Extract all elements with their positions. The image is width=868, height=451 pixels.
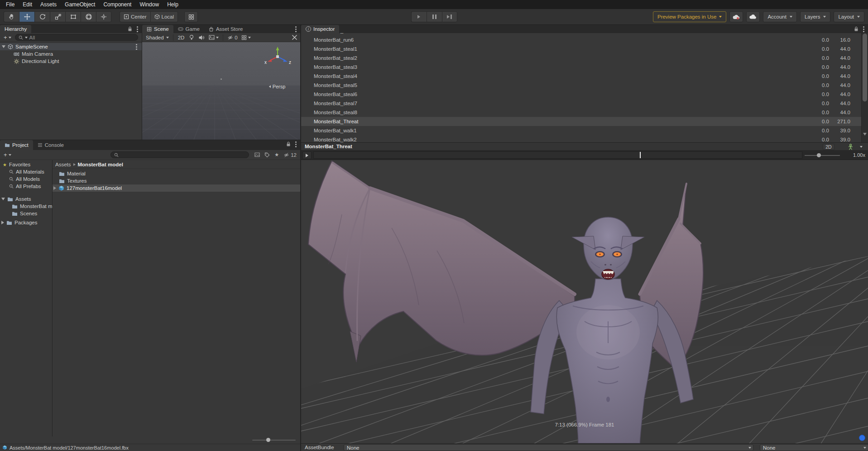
rect-tool-button[interactable] xyxy=(65,11,81,22)
model-preview-area[interactable]: 7:13 (066.9%) Frame 181 xyxy=(301,160,868,443)
foldout-closed-icon[interactable] xyxy=(53,186,56,190)
scene-effects-dropdown[interactable] xyxy=(207,35,221,40)
clip-row-selected[interactable]: MonsterBat_Threat0.0271.0 xyxy=(301,117,861,126)
asset-item-textures[interactable]: Textures xyxy=(53,177,300,184)
clip-row[interactable]: MonsterBat_walk20.039.0 xyxy=(301,135,861,142)
assetbundle-variant-dropdown[interactable]: None xyxy=(760,444,868,451)
folder-scenes[interactable]: Scenes xyxy=(0,210,52,217)
tab-console[interactable]: Console xyxy=(33,140,68,150)
clip-list-scrollbar[interactable] xyxy=(861,33,868,142)
kebab-menu-icon[interactable] xyxy=(137,29,138,30)
grid-snap-button[interactable] xyxy=(184,11,198,22)
pivot-center-button[interactable]: Center xyxy=(120,11,150,22)
menu-assets[interactable]: Assets xyxy=(36,0,61,9)
asset-zoom-slider[interactable] xyxy=(252,440,296,441)
asset-item-model[interactable]: 127monsterBat16model xyxy=(53,184,300,192)
clip-row[interactable]: MonsterBat_steal50.044.0 xyxy=(301,81,861,90)
step-button[interactable] xyxy=(442,11,457,22)
clip-row[interactable]: MonsterBat_steal10.044.0 xyxy=(301,44,861,53)
hierarchy-add-button[interactable]: + xyxy=(2,34,13,41)
menu-gameobject[interactable]: GameObject xyxy=(61,0,99,9)
clip-row[interactable]: MonsterBat_steal30.044.0 xyxy=(301,63,861,72)
lock-icon[interactable] xyxy=(854,26,858,32)
play-button[interactable] xyxy=(411,11,427,22)
filter-by-type-icon[interactable] xyxy=(254,152,260,157)
hierarchy-search-input[interactable]: All xyxy=(15,34,138,41)
pivot-local-button[interactable]: Local xyxy=(150,11,178,22)
scale-tool-button[interactable] xyxy=(50,11,65,22)
folder-assets[interactable]: Assets xyxy=(0,195,52,203)
preview-speed-knob[interactable] xyxy=(817,153,821,157)
cloud-status-badge[interactable] xyxy=(859,435,865,441)
foldout-closed-icon[interactable] xyxy=(1,221,4,224)
tab-inspector[interactable]: i Inspector xyxy=(301,25,339,33)
scene-viewport[interactable]: x z Persp xyxy=(142,42,300,140)
chevron-down-icon[interactable] xyxy=(860,146,863,148)
filter-by-label-icon[interactable] xyxy=(264,152,270,157)
kebab-menu-icon[interactable] xyxy=(295,29,297,30)
assetbundle-dropdown[interactable]: None xyxy=(344,444,753,451)
project-search-input[interactable] xyxy=(110,151,249,158)
hierarchy-item-scene[interactable]: SampleScene xyxy=(0,43,142,50)
clip-row[interactable]: MonsterBat_run60.016.0 xyxy=(301,35,861,44)
lock-icon[interactable] xyxy=(128,26,132,32)
preview-2d-toggle[interactable]: 2D xyxy=(823,144,834,150)
pause-button[interactable] xyxy=(427,11,442,22)
rotate-tool-button[interactable] xyxy=(34,11,50,22)
clip-row[interactable]: MonsterBat_walk10.039.0 xyxy=(301,126,861,135)
preview-play-button[interactable] xyxy=(302,151,312,159)
clip-row[interactable]: MonsterBat_steal20.044.0 xyxy=(301,53,861,63)
scroll-down-icon[interactable] xyxy=(863,133,867,141)
preview-speed-slider[interactable] xyxy=(805,155,840,156)
hierarchy-item-light[interactable]: Directional Light xyxy=(0,58,142,65)
scene-audio-toggle[interactable] xyxy=(197,35,207,40)
asset-item-material[interactable]: Material xyxy=(53,170,300,177)
layers-dropdown[interactable]: Layers xyxy=(800,11,831,22)
breadcrumb-assets[interactable]: Assets xyxy=(55,162,71,167)
clip-row[interactable]: MonsterBat_steal70.044.0 xyxy=(301,99,861,108)
move-tool-button[interactable] xyxy=(19,11,34,22)
version-control-button[interactable] xyxy=(729,11,743,22)
scene-visibility-toggle[interactable]: 0 xyxy=(225,35,239,40)
foldout-open-icon[interactable] xyxy=(1,198,5,200)
cloud-button[interactable] xyxy=(746,11,760,22)
preview-header[interactable]: MonsterBat_Threat 2D xyxy=(301,142,868,150)
transform-tool-button[interactable] xyxy=(81,11,96,22)
folder-monsterbat[interactable]: MonsterBat model xyxy=(0,203,52,210)
scene-grid-dropdown[interactable] xyxy=(240,35,253,40)
layout-dropdown[interactable]: Layout xyxy=(834,11,864,22)
timeline-playhead[interactable] xyxy=(640,152,641,158)
shading-dropdown[interactable]: Shaded xyxy=(144,35,171,40)
menu-help[interactable]: Help xyxy=(163,0,182,9)
projection-label[interactable]: Persp xyxy=(261,84,293,89)
project-add-button[interactable]: + xyxy=(2,151,13,158)
clip-row[interactable]: MonsterBat_steal40.044.0 xyxy=(301,72,861,81)
animation-clip-list[interactable]: MonsterBat_run50.016.0 MonsterBat_run60.… xyxy=(301,33,868,142)
clip-row[interactable]: MonsterBat_steal60.044.0 xyxy=(301,90,861,99)
foldout-open-icon[interactable] xyxy=(2,45,5,48)
kebab-menu-icon[interactable] xyxy=(295,144,297,145)
menu-window[interactable]: Window xyxy=(135,0,163,9)
avatar-icon[interactable] xyxy=(848,144,854,150)
scene-tools-button[interactable] xyxy=(292,34,297,40)
hidden-packages-toggle[interactable]: 12 xyxy=(283,152,297,158)
scene-lighting-toggle[interactable] xyxy=(187,34,197,40)
clip-row[interactable]: MonsterBat_steal80.044.0 xyxy=(301,108,861,117)
orientation-gizmo[interactable]: x z xyxy=(263,46,292,69)
preview-packages-button[interactable]: Preview Packages in Use xyxy=(653,11,726,22)
tab-asset-store[interactable]: Asset Store xyxy=(204,25,247,33)
folder-packages[interactable]: Packages xyxy=(0,219,52,226)
tab-game[interactable]: Game xyxy=(173,25,204,33)
breadcrumb-current-folder[interactable]: MonsterBat model xyxy=(78,162,123,167)
lock-icon[interactable] xyxy=(286,141,291,147)
menu-component[interactable]: Component xyxy=(99,0,135,9)
tab-project[interactable]: Project xyxy=(0,140,33,150)
preview-timeline[interactable] xyxy=(313,151,802,159)
custom-tool-button[interactable] xyxy=(96,11,111,22)
favorite-all-materials[interactable]: All Materials xyxy=(0,168,52,175)
favorite-all-prefabs[interactable]: All Prefabs xyxy=(0,183,52,190)
kebab-menu-icon[interactable] xyxy=(136,46,137,48)
hierarchy-item-camera[interactable]: Main Camera xyxy=(0,50,142,58)
tab-hierarchy[interactable]: Hierarchy xyxy=(0,25,31,33)
scene-2d-toggle[interactable]: 2D xyxy=(176,35,187,40)
